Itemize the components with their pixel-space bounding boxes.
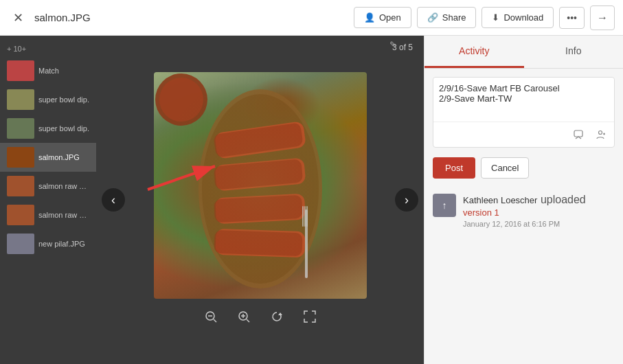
file-sidebar: + 10+ Match super bowl dip. super bowl d… [0, 36, 96, 364]
comment-chat-icon[interactable] [569, 125, 588, 144]
sidebar-item-6[interactable]: salmon raw FB... [0, 201, 96, 229]
sidebar-add-bar: + 10+ [0, 41, 96, 56]
sidebar-item-2[interactable]: super bowl dip. [0, 85, 96, 114]
activity-content: Post Cancel ↑ Kathleen Loescher uploaded… [424, 69, 623, 364]
activity-text: Kathleen Loescher uploaded [463, 194, 615, 206]
tab-activity[interactable]: Activity [424, 36, 524, 68]
sidebar-item-1[interactable]: Match [0, 56, 96, 85]
main-area: + 10+ Match super bowl dip. super bowl d… [0, 36, 623, 364]
tabs: Activity Info [424, 36, 623, 69]
file-title: salmon.JPG [34, 12, 91, 23]
add-label: + 10+ [7, 45, 26, 53]
header-left: ✕ salmon.JPG [8, 8, 354, 27]
thumb-3 [7, 118, 34, 139]
activity-entry: ↑ Kathleen Loescher uploaded version 1 J… [433, 190, 615, 228]
activity-version-link[interactable]: version 1 [463, 207, 499, 218]
share-icon: 🔗 [427, 12, 438, 23]
comment-box [433, 77, 615, 148]
sidebar-label-3: super bowl dip. [38, 124, 89, 133]
svg-line-25 [247, 319, 249, 322]
next-arrow[interactable]: › [395, 188, 418, 212]
post-button[interactable]: Post [433, 157, 475, 179]
edit-icon[interactable]: ✎ [389, 40, 396, 49]
sidebar-item-4[interactable]: salmon.JPG [0, 143, 96, 172]
main-image [154, 72, 367, 299]
activity-time: January 12, 2016 at 6:16 PM [463, 220, 615, 228]
svg-rect-27 [574, 130, 582, 137]
sidebar-item-5[interactable]: salmon raw TW... [0, 172, 96, 201]
thumb-6 [7, 205, 34, 225]
image-container [154, 72, 367, 299]
tab-info[interactable]: Info [524, 36, 624, 68]
activity-avatar: ↑ [433, 194, 456, 217]
sidebar-label-1: Match [38, 67, 59, 75]
nav-forward-button[interactable]: → [590, 5, 615, 30]
download-icon: ⬇ [492, 12, 499, 23]
header: ✕ salmon.JPG 👤 Open 🔗 Share ⬇ Download •… [0, 0, 623, 36]
activity-user: Kathleen Loescher [463, 195, 537, 205]
zoom-in-button[interactable] [233, 306, 255, 328]
comment-input[interactable] [433, 78, 614, 119]
comment-person-icon[interactable] [591, 125, 610, 144]
header-actions: 👤 Open 🔗 Share ⬇ Download ••• → [354, 5, 615, 30]
more-icon: ••• [567, 12, 577, 23]
close-icon: ✕ [13, 10, 23, 25]
food-svg [154, 72, 367, 299]
activity-action: uploaded [541, 194, 586, 205]
sidebar-label-7: new pilaf.JPG [38, 240, 85, 248]
download-label: Download [503, 12, 543, 23]
zoom-out-button[interactable] [200, 306, 222, 328]
open-button[interactable]: 👤 Open [354, 7, 411, 28]
sidebar-label-4: salmon.JPG [38, 153, 80, 161]
rotate-button[interactable] [266, 306, 288, 328]
svg-rect-16 [154, 72, 367, 299]
sidebar-label-5: salmon raw TW... [38, 182, 89, 190]
thumb-7 [7, 234, 34, 254]
sidebar-item-3[interactable]: super bowl dip. [0, 114, 96, 143]
open-label: Open [379, 12, 401, 23]
sidebar-label-6: salmon raw FB... [38, 211, 89, 219]
more-button[interactable]: ••• [559, 7, 585, 29]
sidebar-item-7[interactable]: new pilaf.JPG [0, 229, 96, 258]
thumb-5 [7, 176, 34, 196]
open-icon: 👤 [364, 12, 375, 23]
cancel-button[interactable]: Cancel [481, 157, 529, 179]
svg-marker-26 [278, 312, 282, 315]
thumb-4 [7, 147, 34, 168]
thumb-2 [7, 89, 34, 110]
arrow-right-icon: → [597, 12, 608, 24]
thumb-1 [7, 60, 34, 81]
right-panel: Activity Info Post Cancel [424, 36, 623, 364]
expand-button[interactable] [299, 306, 321, 328]
share-label: Share [442, 12, 466, 23]
upload-icon: ↑ [442, 200, 447, 211]
activity-body: Kathleen Loescher uploaded version 1 Jan… [463, 194, 615, 228]
image-viewer: 3 of 5 ✎ ‹ › [96, 36, 424, 364]
comment-box-icons [433, 122, 614, 147]
post-actions: Post Cancel [433, 157, 615, 179]
sidebar-label-2: super bowl dip. [38, 95, 89, 104]
svg-line-21 [214, 319, 216, 322]
viewer-toolbar [200, 306, 321, 328]
close-button[interactable]: ✕ [8, 8, 27, 27]
svg-point-28 [599, 131, 602, 135]
download-button[interactable]: ⬇ Download [482, 7, 554, 28]
share-button[interactable]: 🔗 Share [417, 7, 477, 28]
prev-arrow[interactable]: ‹ [102, 188, 125, 212]
